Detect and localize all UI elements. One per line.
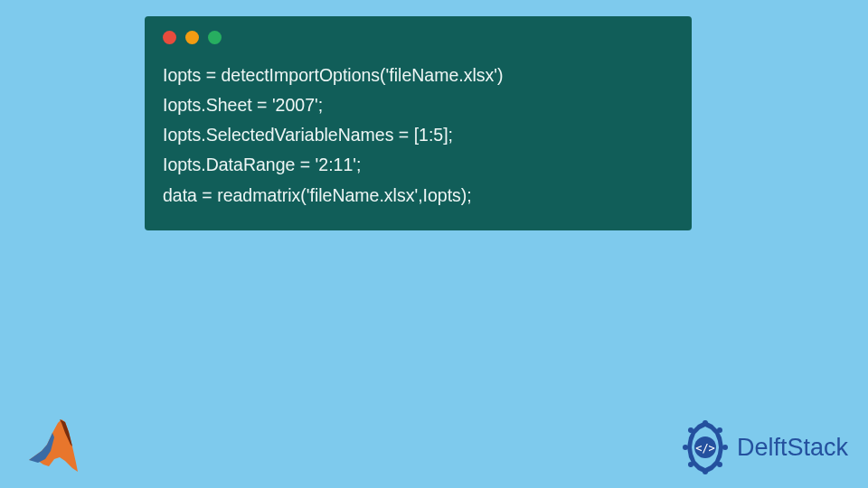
delftstack-logo: </> DelftStack bbox=[677, 419, 848, 475]
window-controls bbox=[163, 31, 674, 44]
code-line: data = readmatrix('fileName.xlsx',Iopts)… bbox=[163, 181, 674, 211]
delftstack-icon: </> bbox=[677, 419, 733, 475]
svg-point-4 bbox=[703, 469, 708, 474]
svg-point-7 bbox=[688, 427, 693, 433]
svg-point-0 bbox=[703, 420, 708, 426]
maximize-dot-icon bbox=[208, 31, 222, 44]
code-line: Iopts = detectImportOptions('fileName.xl… bbox=[163, 61, 674, 90]
delftstack-label: DelftStack bbox=[737, 434, 848, 462]
close-dot-icon bbox=[163, 31, 176, 44]
code-line: Iopts.SelectedVariableNames = [1:5]; bbox=[163, 120, 674, 150]
svg-point-2 bbox=[722, 445, 728, 450]
svg-point-3 bbox=[717, 462, 722, 467]
svg-point-1 bbox=[717, 427, 722, 433]
code-line: Iopts.Sheet = '2007'; bbox=[163, 90, 674, 120]
minimize-dot-icon bbox=[185, 31, 199, 44]
code-line: Iopts.DataRange = '2:11'; bbox=[163, 150, 674, 180]
matlab-logo-icon bbox=[22, 410, 85, 481]
svg-point-5 bbox=[688, 462, 693, 467]
code-block: Iopts = detectImportOptions('fileName.xl… bbox=[145, 16, 692, 230]
svg-point-6 bbox=[683, 445, 688, 450]
svg-text:</>: </> bbox=[695, 442, 715, 455]
code-content: Iopts = detectImportOptions('fileName.xl… bbox=[163, 61, 674, 211]
